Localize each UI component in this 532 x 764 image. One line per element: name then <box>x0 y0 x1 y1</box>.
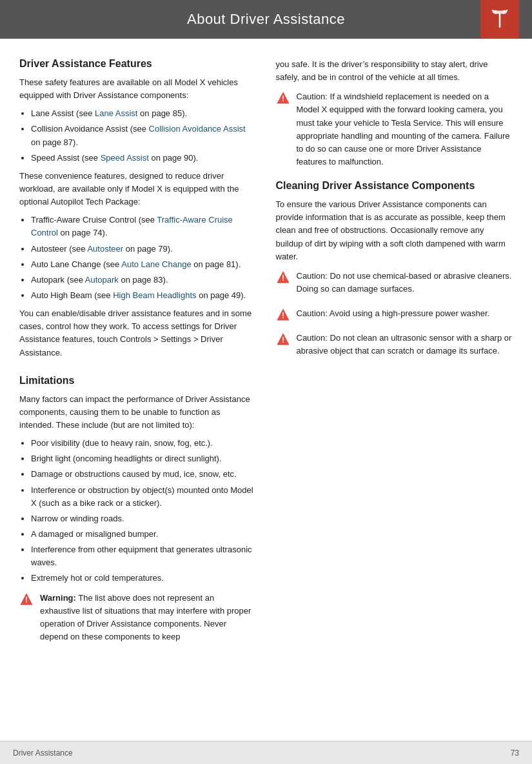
caution-box-2: ! Caution: Do not use chemical-based or … <box>276 270 513 301</box>
cleaning-heading: Cleaning Driver Assistance Components <box>276 180 513 192</box>
safety-features-list: Lane Assist (see Lane Assist on page 85)… <box>31 107 257 165</box>
convenience-features-list: Traffic-Aware Cruise Control (see Traffi… <box>31 214 257 302</box>
left-column: Driver Assistance Features These safety … <box>19 58 257 664</box>
features-para1: These safety features are available on a… <box>19 76 257 102</box>
list-item: Bright light (oncoming headlights or dir… <box>31 452 257 465</box>
list-item: Poor visibility (due to heavy rain, snow… <box>31 437 257 450</box>
list-item: Traffic-Aware Cruise Control (see Traffi… <box>31 214 257 239</box>
svg-text:!: ! <box>282 311 284 320</box>
list-item: Auto High Beam (see High Beam Headlights… <box>31 289 257 302</box>
cleaning-para: To ensure the various Driver Assistance … <box>276 198 513 263</box>
list-item: Lane Assist (see Lane Assist on page 85)… <box>31 107 257 120</box>
caution-text-1: Caution: If a windshield replacement is … <box>297 90 513 168</box>
speed-assist-link[interactable]: Speed Assist <box>101 153 149 163</box>
section-limitations: Limitations Many factors can impact the … <box>19 375 257 648</box>
caution-text-3: Caution: Avoid using a high-pressure pow… <box>297 307 490 320</box>
list-item: Narrow or winding roads. <box>31 512 257 525</box>
list-item: Interference or obstruction by object(s)… <box>31 484 257 510</box>
caution-icon-3: ! <box>276 308 290 322</box>
features-para2: These convenience features, designed to … <box>19 170 257 208</box>
caution-text-4: Caution: Do not clean an ultrasonic sens… <box>297 332 513 357</box>
collision-assist-link[interactable]: Collision Avoidance Assist <box>149 124 246 134</box>
svg-text:!: ! <box>282 336 284 345</box>
svg-text:!: ! <box>282 274 284 283</box>
list-item: Damage or obstructions caused by mud, ic… <box>31 468 257 481</box>
header-title: About Driver Assistance <box>52 11 480 28</box>
main-content: Driver Assistance Features These safety … <box>0 39 532 683</box>
traffic-aware-link[interactable]: Traffic-Aware Cruise Control <box>31 215 233 237</box>
lane-assist-link[interactable]: Lane Assist <box>95 108 138 118</box>
autopark-link[interactable]: Autopark <box>85 275 119 285</box>
caution-icon-1: ! <box>276 91 290 105</box>
list-item: A damaged or misaligned bumper. <box>31 528 257 541</box>
caution-box-1: ! Caution: If a windshield replacement i… <box>276 90 513 174</box>
section-features: Driver Assistance Features These safety … <box>19 58 257 359</box>
right-column: you safe. It is the driver’s responsibil… <box>276 58 513 664</box>
auto-lane-change-link[interactable]: Auto Lane Change <box>121 259 191 269</box>
section-cleaning: Cleaning Driver Assistance Components To… <box>276 180 513 363</box>
limitations-heading: Limitations <box>19 375 257 387</box>
caution-box-4: ! Caution: Do not clean an ultrasonic se… <box>276 332 513 363</box>
list-item: Extremely hot or cold temperatures. <box>31 572 257 585</box>
tesla-logo <box>480 0 519 39</box>
features-para3: You can enable/disable driver assistance… <box>19 307 257 359</box>
footer-section-label: Driver Assistance <box>13 749 73 758</box>
page-header: About Driver Assistance <box>0 0 532 39</box>
features-heading: Driver Assistance Features <box>19 58 257 70</box>
caution-text-2: Caution: Do not use chemical-based or ab… <box>297 270 513 296</box>
limitations-para1: Many factors can impact the performance … <box>19 393 257 432</box>
list-item: Auto Lane Change (see Auto Lane Change o… <box>31 258 257 271</box>
high-beam-link[interactable]: High Beam Headlights <box>113 290 196 300</box>
warning-text: Warning: The list above does not represe… <box>40 592 257 644</box>
svg-text:!: ! <box>25 596 28 605</box>
caution-box-3: ! Caution: Avoid using a high-pressure p… <box>276 307 513 325</box>
list-item: Autopark (see Autopark on page 83). <box>31 274 257 286</box>
list-item: Speed Assist (see Speed Assist on page 9… <box>31 152 257 165</box>
limitations-list: Poor visibility (due to heavy rain, snow… <box>31 437 257 585</box>
autosteer-link[interactable]: Autosteer <box>87 244 123 254</box>
caution-icon-4: ! <box>276 332 290 347</box>
list-item: Autosteer (see Autosteer on page 79). <box>31 243 257 256</box>
list-item: Collision Avoidance Assist (see Collisio… <box>31 123 257 148</box>
warning-icon: ! <box>19 592 34 607</box>
svg-text:!: ! <box>282 94 284 103</box>
page-footer: Driver Assistance 73 <box>0 741 532 764</box>
warning-box: ! Warning: The list above does not repre… <box>19 592 257 649</box>
continuation-text: you safe. It is the driver’s responsibil… <box>276 58 513 84</box>
list-item: Interference from other equipment that g… <box>31 543 257 569</box>
footer-page-number: 73 <box>511 749 519 758</box>
caution-icon-2: ! <box>276 270 290 285</box>
